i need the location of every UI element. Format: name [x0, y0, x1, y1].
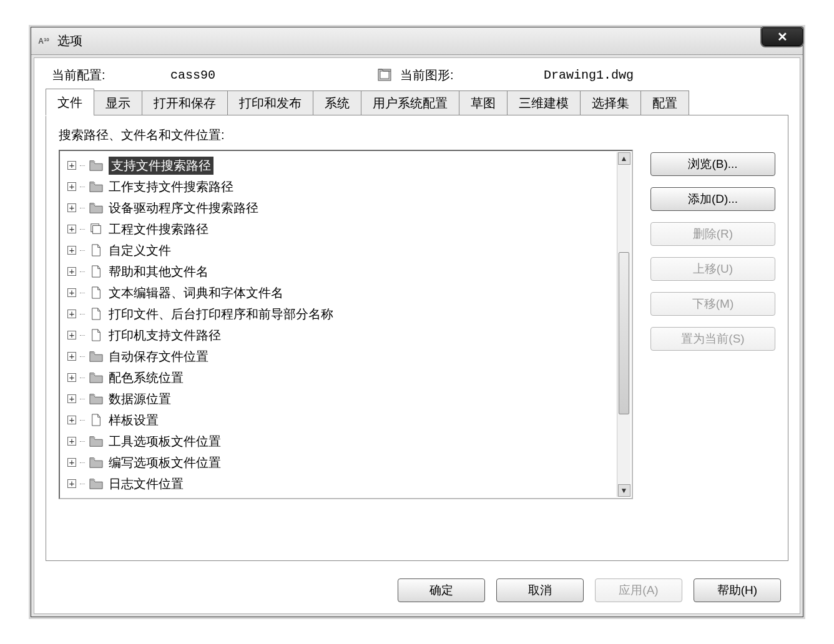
- expander-icon[interactable]: +: [67, 373, 76, 382]
- tree-item[interactable]: +样板设置: [67, 409, 614, 431]
- expander-icon[interactable]: +: [67, 246, 76, 255]
- tree-item[interactable]: +工程文件搜索路径: [67, 218, 614, 240]
- expander-icon[interactable]: +: [67, 331, 76, 339]
- tree-item-label: 工作支持文件搜索路径: [109, 178, 233, 195]
- tree-item[interactable]: +工作支持文件搜索路径: [67, 176, 614, 197]
- expander-icon[interactable]: +: [67, 458, 76, 467]
- expander-icon[interactable]: +: [67, 225, 76, 233]
- expander-icon[interactable]: +: [67, 479, 76, 488]
- tree-connector: [80, 229, 85, 230]
- file-icon: [89, 286, 104, 300]
- expander-icon[interactable]: +: [67, 288, 76, 297]
- tree-item[interactable]: +编写选项板文件位置: [67, 452, 614, 473]
- folder-icon: [89, 477, 104, 490]
- close-button[interactable]: ✕: [762, 27, 803, 46]
- tree-item[interactable]: +工具选项板文件位置: [67, 431, 614, 452]
- browse-button[interactable]: 浏览(B)...: [650, 152, 775, 176]
- tab-1[interactable]: 显示: [94, 90, 142, 115]
- scroll-track[interactable]: [617, 165, 630, 484]
- section-label: 搜索路径、文件名和文件位置:: [59, 127, 775, 144]
- vertical-scrollbar[interactable]: ▲ ▼: [617, 152, 630, 497]
- tree-connector: [80, 399, 85, 399]
- tree-item[interactable]: +自定义文件: [67, 240, 614, 261]
- profile-info-row: 当前配置: cass90 当前图形: Drawing1.dwg: [34, 58, 800, 90]
- tab-6[interactable]: 草图: [459, 90, 508, 115]
- tree-item[interactable]: +支持文件搜索路径: [67, 155, 614, 176]
- titlebar: A10 选项 ✕: [31, 27, 803, 55]
- remove-button: 删除(R): [650, 222, 775, 246]
- tab-0[interactable]: 文件: [46, 89, 94, 116]
- expander-icon[interactable]: +: [67, 267, 76, 276]
- tab-4[interactable]: 系统: [313, 90, 361, 115]
- ok-button[interactable]: 确定: [398, 578, 485, 602]
- file-icon: [89, 328, 104, 342]
- scroll-thumb[interactable]: [619, 252, 629, 414]
- expander-icon[interactable]: +: [67, 161, 76, 170]
- tree-item[interactable]: +数据源位置: [67, 388, 614, 409]
- tab-9[interactable]: 配置: [640, 90, 689, 115]
- dialog-title: 选项: [57, 32, 82, 49]
- tree-connector: [80, 378, 85, 378]
- tree-item[interactable]: +设备驱动程序文件搜索路径: [67, 197, 614, 218]
- app-icon: A10: [36, 34, 51, 49]
- add-button[interactable]: 添加(D)...: [650, 187, 775, 211]
- tree-area: +支持文件搜索路径+工作支持文件搜索路径+设备驱动程序文件搜索路径+工程文件搜索…: [59, 150, 775, 548]
- tree-item[interactable]: +文本编辑器、词典和字体文件名: [67, 282, 614, 303]
- expander-icon[interactable]: +: [67, 310, 76, 318]
- tree-connector: [80, 441, 85, 442]
- tree-item-label: 数据源位置: [109, 391, 171, 407]
- cancel-button[interactable]: 取消: [496, 578, 584, 602]
- current-profile-label: 当前配置:: [52, 67, 170, 84]
- tree-item-label: 工具选项板文件位置: [109, 433, 221, 450]
- tab-2[interactable]: 打开和保存: [142, 90, 228, 115]
- apply-button: 应用(A): [595, 578, 682, 602]
- help-button[interactable]: 帮助(H): [694, 578, 781, 602]
- tree-item[interactable]: +配色系统位置: [67, 367, 614, 388]
- scroll-up-icon[interactable]: ▲: [618, 152, 630, 165]
- tree-item-label: 配色系统位置: [109, 369, 184, 386]
- tab-5[interactable]: 用户系统配置: [361, 90, 459, 115]
- stack-icon: [89, 222, 104, 236]
- folder-icon: [89, 201, 104, 215]
- svg-rect-3: [93, 226, 101, 234]
- tree-item-label: 设备驱动程序文件搜索路径: [109, 200, 258, 217]
- file-icon: [89, 243, 104, 257]
- scroll-down-icon[interactable]: ▼: [618, 484, 630, 497]
- tab-8[interactable]: 选择集: [580, 90, 641, 115]
- tree-connector: [80, 250, 85, 251]
- expander-icon[interactable]: +: [67, 182, 76, 191]
- expander-icon[interactable]: +: [67, 394, 76, 403]
- tree-item[interactable]: +打印机支持文件路径: [67, 324, 614, 346]
- current-drawing-value: Drawing1.dwg: [544, 68, 634, 82]
- tab-7[interactable]: 三维建模: [507, 90, 581, 115]
- tree-scroll: +支持文件搜索路径+工作支持文件搜索路径+设备驱动程序文件搜索路径+工程文件搜索…: [60, 151, 617, 498]
- current-drawing-label: 当前图形:: [400, 67, 544, 84]
- side-buttons: 浏览(B)...添加(D)...删除(R)上移(U)下移(M)置为当前(S): [650, 150, 775, 548]
- tree-connector: [80, 208, 85, 208]
- tab-3[interactable]: 打印和发布: [227, 90, 313, 115]
- tree-item[interactable]: +打印文件、后台打印程序和前导部分名称: [67, 303, 614, 324]
- tree-item[interactable]: +自动保存文件位置: [67, 346, 614, 367]
- tree-item-label: 打印机支持文件路径: [109, 327, 221, 344]
- tree-connector: [80, 271, 85, 272]
- folder-icon: [89, 349, 104, 363]
- expander-icon[interactable]: +: [67, 203, 76, 212]
- tree-connector: [80, 165, 85, 166]
- tree-view[interactable]: +支持文件搜索路径+工作支持文件搜索路径+设备驱动程序文件搜索路径+工程文件搜索…: [59, 150, 633, 499]
- command-row: 确定取消应用(A)帮助(H): [34, 571, 800, 613]
- tree-item-label: 样板设置: [109, 412, 159, 429]
- file-icon: [89, 307, 104, 321]
- svg-rect-1: [380, 71, 389, 79]
- tabs-wrap: 文件显示打开和保存打印和发布系统用户系统配置草图三维建模选择集配置: [34, 90, 800, 115]
- expander-icon[interactable]: +: [67, 352, 76, 361]
- move-down-button: 下移(M): [650, 292, 775, 316]
- folder-icon: [89, 456, 104, 469]
- expander-icon[interactable]: +: [67, 416, 76, 424]
- folder-icon: [89, 371, 104, 384]
- folder-icon: [89, 392, 104, 406]
- tree-item[interactable]: +帮助和其他文件名: [67, 261, 614, 282]
- file-icon: [89, 413, 104, 427]
- expander-icon[interactable]: +: [67, 437, 76, 446]
- tree-item[interactable]: +日志文件位置: [67, 473, 614, 494]
- drawing-icon: [376, 67, 395, 84]
